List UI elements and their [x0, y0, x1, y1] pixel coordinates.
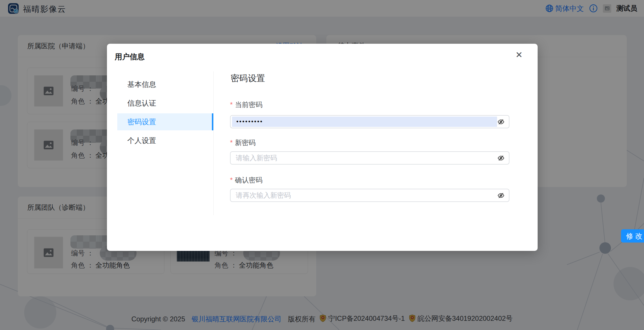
tab-password-settings[interactable]: 密码设置	[117, 113, 213, 130]
modify-button[interactable]: 修 改	[621, 229, 644, 243]
new-password-input[interactable]	[231, 152, 497, 164]
eye-invisible-icon[interactable]	[497, 118, 505, 126]
panel-heading: 密码设置	[231, 73, 265, 84]
confirm-password-label: *确认密码	[230, 176, 262, 185]
eye-invisible-icon[interactable]	[497, 192, 505, 199]
required-mark: *	[230, 101, 233, 108]
password-settings-panel: 密码设置 *当前密码 ••••••••• *新密码	[227, 44, 538, 251]
new-password-field	[230, 151, 509, 165]
required-mark: *	[230, 176, 233, 184]
tab-info-verification[interactable]: 信息认证	[117, 95, 213, 112]
confirm-password-input[interactable]	[231, 190, 497, 201]
new-password-label: *新密码	[230, 138, 256, 147]
user-info-modal: 用户信息 ✕ 基本信息 信息认证 密码设置 个人设置 密码设置 *当前密码 ••…	[107, 44, 538, 251]
tab-basic-info[interactable]: 基本信息	[117, 76, 213, 93]
eye-invisible-icon[interactable]	[497, 154, 505, 162]
required-mark: *	[230, 139, 233, 146]
tab-personal-settings[interactable]: 个人设置	[117, 132, 213, 149]
current-password-label: *当前密码	[230, 100, 262, 109]
app-root: 福晴影像云 简体中文	[0, 0, 644, 330]
current-password-field[interactable]: •••••••••	[230, 115, 509, 128]
confirm-password-field	[230, 189, 509, 202]
modal-title: 用户信息	[115, 52, 145, 62]
modal-sidebar: 基本信息 信息认证 密码设置 个人设置	[107, 71, 214, 215]
current-password-value[interactable]: •••••••••	[232, 117, 497, 127]
